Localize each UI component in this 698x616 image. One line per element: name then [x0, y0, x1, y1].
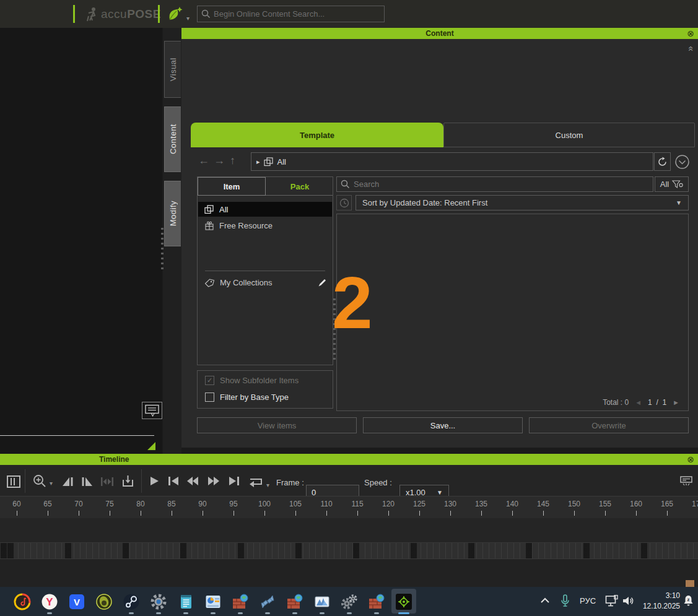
- expand-options-button[interactable]: [674, 152, 691, 171]
- tab-custom[interactable]: Custom: [443, 123, 695, 147]
- folder-row-my-collections[interactable]: My Collections: [198, 275, 332, 290]
- strip-drag-handle[interactable]: [161, 228, 164, 272]
- sort-time-button[interactable]: [336, 195, 352, 210]
- taskbar-app-yandex-browser[interactable]: Y: [36, 587, 63, 616]
- ruler-frame-label: 165: [661, 500, 673, 508]
- page-prev-icon[interactable]: ◄: [635, 399, 642, 406]
- content-search-box[interactable]: [336, 176, 653, 192]
- taskbar-app-yandex-music[interactable]: [9, 587, 36, 616]
- key-next-icon[interactable]: [81, 475, 94, 488]
- refresh-button[interactable]: [654, 152, 671, 171]
- taskbar-app-vk-messenger[interactable]: V: [63, 587, 90, 616]
- go-to-end-button[interactable]: [228, 476, 240, 486]
- timeline-panel-header[interactable]: Timeline ⊗: [0, 454, 698, 465]
- tab-modify[interactable]: Modify: [164, 181, 181, 246]
- checkbox-box[interactable]: [205, 393, 214, 402]
- folder-row-free-resource[interactable]: Free Resource: [198, 218, 332, 233]
- taskbar-app-firewall[interactable]: [363, 587, 390, 616]
- taskbar-app-firewall[interactable]: [281, 587, 308, 616]
- leaf-icon[interactable]: [166, 5, 183, 24]
- timeline-close-icon[interactable]: ⊗: [687, 454, 694, 465]
- save-button[interactable]: Save...: [363, 417, 523, 433]
- results-panel[interactable]: Total : 0 ◄ 1 / 1 ►: [336, 214, 689, 411]
- timeline-frame-cells[interactable]: [0, 542, 698, 559]
- folder-row-all[interactable]: All: [198, 202, 332, 217]
- checkbox-box[interactable]: ✓: [205, 376, 214, 385]
- checkbox-filter-by-base-type[interactable]: Filter by Base Type: [205, 393, 289, 402]
- taskbar-app-accupose-active[interactable]: [390, 587, 417, 616]
- taskbar-app-report[interactable]: [199, 587, 227, 616]
- taskbar-app-firewall[interactable]: [227, 587, 254, 616]
- loop-mode-icon[interactable]: [248, 477, 264, 487]
- nav-up-icon[interactable]: ↑: [230, 154, 235, 167]
- checkbox-show-subfolder-items[interactable]: ✓ Show Subfolder Items: [205, 376, 299, 385]
- ruler-frame-label: 85: [167, 500, 175, 508]
- range-loop-icon-disabled[interactable]: [100, 475, 115, 488]
- onion-skin-icon[interactable]: [679, 475, 694, 487]
- taskbar-app-photo-viewer[interactable]: [308, 587, 336, 616]
- divider: [205, 271, 325, 271]
- panel-splitter-handle[interactable]: [333, 298, 336, 360]
- taskbar-app-avocado[interactable]: [90, 587, 118, 616]
- tab-visual[interactable]: Visual: [164, 41, 181, 98]
- nav-forward-icon[interactable]: →: [214, 154, 225, 167]
- tab-content[interactable]: Content: [164, 106, 181, 172]
- tab-template[interactable]: Template: [191, 123, 443, 147]
- tray-microphone-icon[interactable]: [561, 594, 570, 608]
- breadcrumb[interactable]: ▸ All: [251, 152, 653, 171]
- fast-forward-button[interactable]: [207, 476, 220, 486]
- ruler-tick: [48, 511, 48, 516]
- taskbar-app-sync-arrows[interactable]: [254, 587, 281, 616]
- online-search-input[interactable]: [214, 9, 380, 19]
- taskbar-app-settings-gear[interactable]: [145, 587, 172, 616]
- comment-bubble-button[interactable]: [142, 402, 162, 419]
- tab-item[interactable]: Item: [198, 177, 266, 196]
- ruler-frame-label: 70: [74, 500, 82, 508]
- view-items-button[interactable]: View items: [197, 417, 357, 433]
- content-close-icon[interactable]: ⊗: [687, 28, 694, 39]
- scope-filter-dropdown[interactable]: All: [655, 176, 689, 192]
- rewind-button[interactable]: [186, 476, 199, 486]
- taskbar-app-steam[interactable]: [118, 587, 145, 616]
- tray-notification-bell-icon[interactable]: z: [683, 594, 694, 607]
- search-icon: [341, 180, 350, 189]
- dopesheet-panel-icon[interactable]: [6, 474, 21, 489]
- ruler-frame-label: 120: [382, 500, 395, 508]
- timeline-ruler[interactable]: 6065707580859095100105110115120125130135…: [0, 496, 698, 518]
- loop-dropdown-caret[interactable]: ▾: [266, 482, 269, 488]
- expand-icon[interactable]: ▸: [256, 158, 260, 166]
- page-next-icon[interactable]: ►: [673, 399, 679, 406]
- go-to-start-button[interactable]: [167, 476, 180, 486]
- corner-resize-triangle[interactable]: [147, 442, 155, 450]
- tab-pack[interactable]: Pack: [266, 177, 334, 196]
- overwrite-button[interactable]: Overwrite: [529, 417, 689, 433]
- tray-network-icon[interactable]: [605, 595, 619, 607]
- stacked-items-icon: [204, 205, 214, 214]
- ruler-tick: [419, 511, 420, 516]
- zoom-icon[interactable]: [32, 474, 47, 488]
- nav-back-icon[interactable]: ←: [198, 154, 209, 167]
- filter-options-panel: ✓ Show Subfolder Items Filter by Base Ty…: [197, 370, 333, 409]
- sort-dropdown[interactable]: Sort by Updated Date: Recent First ▼: [356, 195, 689, 210]
- play-button[interactable]: [149, 476, 160, 486]
- tray-chevron-up-icon[interactable]: [540, 597, 550, 604]
- tray-clock[interactable]: 3:10 12.10.2025: [633, 591, 680, 612]
- content-panel-header[interactable]: Content ⊗: [181, 28, 698, 39]
- content-search-input[interactable]: [354, 180, 649, 189]
- online-search-box[interactable]: [197, 6, 385, 22]
- ruler-tick: [141, 511, 141, 516]
- leaf-dropdown-caret[interactable]: ▾: [186, 15, 190, 22]
- search-icon: [201, 9, 211, 19]
- taskbar-app-system-gears[interactable]: [336, 587, 363, 616]
- key-prev-icon[interactable]: [61, 475, 74, 488]
- ruler-tick: [203, 511, 203, 516]
- ruler-tick: [326, 511, 327, 516]
- taskbar-app-notepad[interactable]: [172, 587, 199, 616]
- tray-language-indicator[interactable]: РУС: [580, 596, 596, 605]
- edit-collections-pencil-icon[interactable]: [318, 278, 327, 287]
- divider-bar: [158, 5, 160, 23]
- collapse-panel-icon[interactable]: »: [684, 46, 695, 51]
- ruler-tick: [605, 511, 606, 516]
- zoom-dropdown-caret[interactable]: ▾: [50, 480, 53, 487]
- import-pose-icon[interactable]: [121, 474, 135, 488]
